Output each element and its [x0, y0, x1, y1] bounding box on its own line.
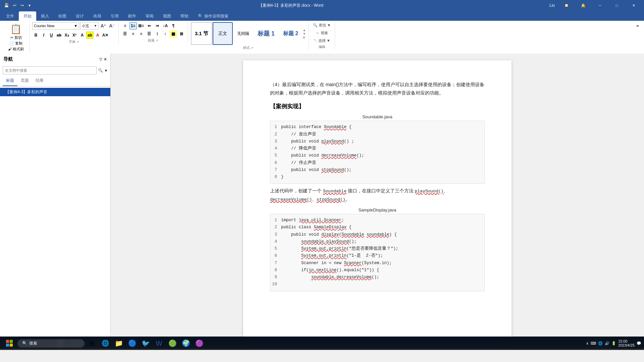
taskbar-edge[interactable]: 🌐 — [99, 337, 111, 349]
shading-button[interactable]: ▩ — [170, 30, 177, 38]
style-expand[interactable]: ⊞ — [303, 36, 306, 39]
sidebar-tab-headings[interactable]: 标题 — [3, 76, 17, 86]
decrease-font-btn[interactable]: A⁻ — [108, 23, 115, 28]
tab-mailings[interactable]: 邮件 — [123, 11, 141, 21]
paste-button[interactable]: 📋 — [10, 23, 22, 35]
underline-button[interactable]: U — [48, 32, 55, 39]
document-area[interactable]: （4）最后编写测试类，在 main()方法中，编写程序，使用户可以自主选择要使用… — [111, 54, 644, 350]
tab-review[interactable]: 审阅 — [141, 11, 158, 21]
keyboard-icon[interactable]: ⌨ — [591, 341, 596, 346]
save-quick-btn[interactable]: 💾 — [3, 2, 10, 8]
tab-search[interactable]: 🔍 操作说明搜索 — [193, 11, 233, 21]
align-left-button[interactable]: ☰ — [121, 30, 129, 38]
column-button[interactable]: ⫶ — [154, 30, 161, 38]
customize-quick-access[interactable]: ▼ — [26, 3, 33, 8]
superscript-button[interactable]: X² — [71, 32, 78, 39]
maximize-button[interactable]: □ — [609, 0, 625, 11]
align-right-button[interactable]: ≡ — [138, 30, 145, 38]
taskbar-twitter[interactable]: 🐦 — [140, 337, 152, 349]
user-info[interactable]: Liu — [549, 3, 555, 8]
notification-btn[interactable]: 🔔 — [576, 0, 591, 11]
multilevel-list-button[interactable]: ⊞≡ — [138, 22, 145, 29]
bold-button[interactable]: B — [32, 32, 40, 39]
ribbon-toggle-btn[interactable]: 🔲 — [559, 0, 574, 11]
tab-draw[interactable]: 绘图 — [54, 11, 71, 21]
tab-references[interactable]: 引用 — [106, 11, 123, 21]
style-heading2[interactable]: 标题 2 — [279, 22, 302, 45]
sidebar-search-input[interactable] — [3, 66, 97, 74]
format-painter-button[interactable]: 🖌 格式刷 — [8, 47, 24, 52]
start-button[interactable] — [3, 337, 16, 349]
datetime[interactable]: 15:002023/4/25 — [618, 339, 635, 347]
taskbar-search[interactable]: 🔍 搜索 — [17, 339, 85, 348]
notification-center[interactable]: 💬 — [637, 341, 641, 346]
italic-button[interactable]: I — [40, 32, 47, 39]
show-marks-button[interactable]: ¶ — [170, 22, 177, 29]
copy-button[interactable]: 📄 复制 — [9, 41, 22, 46]
font-expand[interactable]: ↗ — [76, 40, 79, 44]
tab-insert[interactable]: 插入 — [36, 11, 54, 21]
taskbar-explorer[interactable]: 📁 — [113, 337, 125, 349]
sidebar-close-button[interactable]: ✕ — [104, 57, 107, 62]
increase-font-btn[interactable]: A⁺ — [100, 23, 107, 28]
battery-icon[interactable]: 🔋 — [611, 341, 616, 346]
line-spacing-button[interactable]: ↕ — [162, 30, 169, 38]
paragraph-expand[interactable]: ↗ — [156, 39, 158, 42]
taskbar-app-green[interactable]: 🟢 — [166, 337, 178, 349]
clear-format-button[interactable]: A✕ — [102, 32, 109, 39]
find-button[interactable]: 🔍 查找 ▼ — [312, 22, 332, 28]
redo-quick-btn[interactable]: ↪ — [19, 2, 25, 8]
tray-chevron[interactable]: ∧ — [586, 341, 589, 346]
taskbar-taskview[interactable]: ⊞ — [86, 337, 98, 349]
search-icon[interactable]: 🔍 — [97, 67, 104, 73]
nav-item-case[interactable]: 【案例4-3】多彩的声音 — [0, 88, 110, 96]
document-page: （4）最后编写测试类，在 main()方法中，编写程序，使用户可以自主选择要使用… — [243, 60, 512, 350]
justify-button[interactable]: ☰ — [146, 30, 153, 38]
network-icon[interactable]: 🌐 — [598, 341, 603, 346]
style-heading1[interactable]: 标题 1 — [254, 22, 279, 45]
style-scroll-down[interactable]: ▼ — [303, 32, 306, 36]
taskbar-word[interactable]: W — [153, 337, 165, 349]
style-normal[interactable]: 正文 — [213, 22, 233, 45]
replace-button[interactable]: ↔ 替换 — [315, 30, 329, 36]
subscript-button[interactable]: X₂ — [63, 32, 70, 39]
align-center-button[interactable]: ≡ — [129, 30, 137, 38]
taskbar-app-purple[interactable]: 🟣 — [193, 337, 205, 349]
tab-layout[interactable]: 布局 — [89, 11, 106, 21]
font-color-button[interactable]: A — [94, 32, 101, 39]
sidebar-collapse-button[interactable]: ▽ — [99, 57, 102, 62]
tab-design[interactable]: 设计 — [71, 11, 89, 21]
sidebar-tab-pages[interactable]: 页面 — [17, 76, 32, 86]
taskbar-chrome[interactable]: 🌍 — [180, 337, 192, 349]
increase-indent-button[interactable]: ⇒ — [154, 22, 161, 29]
tab-help[interactable]: 帮助 — [176, 11, 193, 21]
minimize-button[interactable]: ─ — [592, 0, 608, 11]
tab-file[interactable]: 文件 — [1, 11, 19, 21]
strikethrough-button[interactable]: ab — [55, 32, 63, 39]
sort-button[interactable]: ↕A — [162, 22, 169, 29]
select-button[interactable]: ↖ 选择 ▼ — [312, 38, 332, 44]
text-effects-button[interactable]: A — [78, 32, 86, 39]
numbering-button[interactable]: 1≡ — [129, 22, 137, 29]
font-name-input[interactable]: Courier New▼ — [32, 22, 79, 29]
volume-icon[interactable]: 🔊 — [605, 341, 609, 346]
code-block-soundable: 1 public interface Soundable { 2 // 发出声音… — [270, 121, 485, 184]
styles-expand[interactable]: ↗ — [251, 46, 254, 50]
collapse-ribbon-button[interactable]: ⌃ — [634, 23, 641, 31]
bullets-button[interactable]: ≡ — [121, 22, 129, 29]
style-31jie[interactable]: 3.1 节 — [191, 22, 212, 45]
taskbar-cortana[interactable]: 🔵 — [126, 337, 138, 349]
close-button[interactable]: ✕ — [626, 0, 641, 11]
cut-button[interactable]: ✂ 剪切 — [10, 35, 22, 40]
search-dropdown[interactable]: ▼ — [104, 69, 108, 72]
font-size-input[interactable]: 小五▼ — [80, 22, 99, 29]
tab-home[interactable]: 开始 — [19, 11, 36, 21]
tab-view[interactable]: 视图 — [158, 11, 176, 21]
border-button[interactable]: ⊞ — [178, 30, 185, 38]
sidebar-tab-results[interactable]: 结果 — [32, 76, 47, 86]
style-scroll-up[interactable]: ▲ — [303, 28, 306, 32]
text-highlight-button[interactable]: ab — [86, 32, 94, 39]
style-no-spacing[interactable]: 无间隔 — [233, 22, 253, 45]
undo-quick-btn[interactable]: ↩ — [12, 2, 18, 8]
decrease-indent-button[interactable]: ⇐ — [146, 22, 153, 29]
